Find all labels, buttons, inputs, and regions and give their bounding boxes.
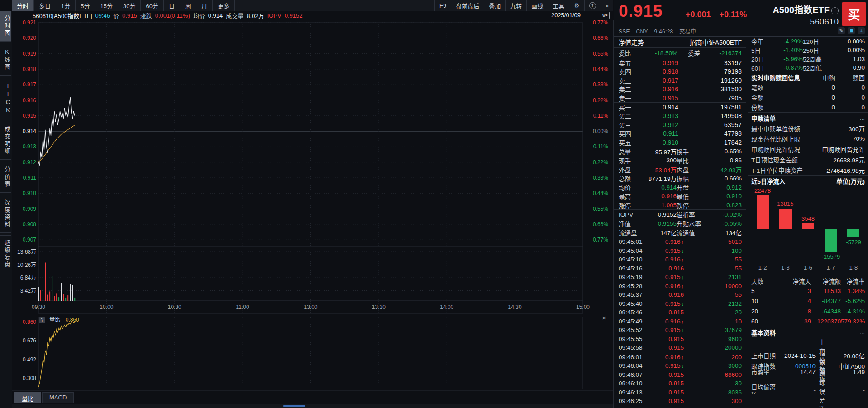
toolbar-button-工具[interactable]: 工具 <box>548 0 569 11</box>
intraday-chart-area[interactable]: ? 量比 0.860 × 量比MACD 0.9210.9200.9190.918… <box>12 20 614 408</box>
toolbar-button-盘前盘后[interactable]: 盘前盘后 <box>451 0 484 11</box>
toolbar-tab-5分[interactable]: 5分 <box>76 0 95 11</box>
tick-row: 09:46:130.9158036 <box>614 388 746 397</box>
sidebar-item-分价表[interactable]: 分价表 <box>0 162 11 193</box>
change-label: 涨跌 <box>140 11 152 20</box>
toolbar-tab-1分[interactable]: 1分 <box>56 0 76 11</box>
axis-label: 0.913 <box>14 143 36 150</box>
edit-icon[interactable]: ✎ <box>838 27 845 34</box>
tick-row: 09:45:460.91520 <box>614 308 746 317</box>
sidebar-item-成交明细[interactable]: 成交明细 <box>0 122 11 160</box>
orderbook-row-卖五[interactable]: 卖五0.91933197 <box>614 58 746 67</box>
flow-bar-category: 1-2 <box>754 264 772 271</box>
subchart-close-icon[interactable]: × <box>602 314 606 321</box>
realtime-row: 份额00 <box>748 102 868 113</box>
axis-label: 0.00% <box>585 128 608 134</box>
orderbook-row-卖四[interactable]: 卖四0.91879198 <box>614 67 746 76</box>
toolbar-tab-月[interactable]: 月 <box>196 0 213 11</box>
orderbook-row-卖一[interactable]: 卖一0.9157905 <box>614 94 746 102</box>
toolbar-button-叠加[interactable]: 叠加 <box>484 0 505 11</box>
expand-more-icon[interactable]: » <box>601 0 613 11</box>
tick-price: 0.915 <box>649 336 684 342</box>
indicator-tab-量比[interactable]: 量比 <box>14 392 41 403</box>
flow-bar-value: 3548 <box>801 215 815 222</box>
sidebar-item-超级复盘[interactable]: 超级复盘 <box>0 235 11 273</box>
tick-row: 09:46:010.916↑200 <box>614 352 746 361</box>
tick-row: 09:45:100.916↑55 <box>614 255 746 264</box>
flow-table-cell: 20 <box>751 308 768 315</box>
etf-info-column: 今年-4.29%120日0.00%5日-1.40%250日0.00%20日-5.… <box>748 37 868 379</box>
wp-badge-icon[interactable]: WP <box>601 12 610 19</box>
toolbar-tab-分时[interactable]: 分时 <box>12 0 34 11</box>
toolbar-tab-30分[interactable]: 30分 <box>118 0 141 11</box>
orderbook-row-卖三[interactable]: 卖三0.917191260 <box>614 76 746 85</box>
axis-label: 0.915 <box>14 113 36 119</box>
horizontal-scrollbar-thumb[interactable] <box>283 405 305 407</box>
toolbar-tab-60分[interactable]: 60分 <box>141 0 163 11</box>
orderbook-row-买五[interactable]: 买五0.91017842 <box>614 138 746 147</box>
sidebar-item-深度资料[interactable]: 深度资料 <box>0 195 11 233</box>
return-value: 0.90 <box>828 64 865 71</box>
orderbook-row-买二[interactable]: 买二0.913149508 <box>614 111 746 120</box>
add-watchlist-icon[interactable]: + <box>858 27 865 34</box>
basic-row: 上市日期2024-10-15上市份额20.00亿 <box>748 337 868 348</box>
help-icon[interactable]: ? <box>584 0 601 11</box>
stat-value: 0.65% <box>702 148 742 155</box>
toolbar-tab-周[interactable]: 周 <box>180 0 196 11</box>
return-label: 20日 <box>751 54 768 63</box>
tick-row: 09:45:280.916↑10000 <box>614 281 746 290</box>
return-value: -0.87% <box>768 64 803 71</box>
tick-volume: 55 <box>684 265 742 272</box>
axis-label: 0.77% <box>585 19 608 26</box>
shenshu-row: 现金替代比例上限70% <box>748 133 868 144</box>
gear-icon[interactable]: ⚙ <box>569 0 584 11</box>
toolbar-button-F9[interactable]: F9 <box>434 0 451 11</box>
session-status: SSE CNY 9:46:28 交易中 <box>619 27 701 35</box>
shenshu-value: 26638.98元 <box>833 155 865 164</box>
orderbook-row-买三[interactable]: 买三0.91263957 <box>614 120 746 129</box>
orderbook-row-卖二[interactable]: 卖二0.916381500 <box>614 85 746 93</box>
sidebar-item-分时图[interactable]: 分时图 <box>0 11 11 42</box>
flow-table-cell: 60 <box>751 318 768 325</box>
tick-price: 0.915 <box>649 398 684 404</box>
toolbar-button-画线[interactable]: 画线 <box>526 0 548 11</box>
info-icon[interactable]: i <box>831 7 839 14</box>
tick-price: 0.915↓ <box>649 327 684 333</box>
toolbar-tab-多日[interactable]: 多日 <box>34 0 56 11</box>
flow-bar <box>757 195 769 229</box>
stat-value: 0.9152 <box>639 211 677 218</box>
axis-label: 0.44% <box>585 190 608 196</box>
basic-more-link[interactable]: ... <box>860 329 865 336</box>
buy-button[interactable]: 买 <box>842 2 866 26</box>
axis-label: 13.68万 <box>14 249 36 255</box>
tick-list[interactable]: 09:45:010.916↑501009:45:040.915↓10009:45… <box>614 237 746 406</box>
stats-row: 涨停1.005跌停0.823 <box>614 201 746 210</box>
axis-label: 11:00 <box>233 304 253 310</box>
shenshu-more-link[interactable]: ... <box>860 114 865 121</box>
horizontal-scrollbar[interactable] <box>12 404 613 408</box>
stat-value: 0.914 <box>639 184 677 191</box>
toolbar-tab-15分[interactable]: 15分 <box>95 0 118 11</box>
stat-value: 0.912 <box>702 184 742 191</box>
toolbar-tab-更多[interactable]: 更多 <box>213 0 235 11</box>
realtime-label: 金额 <box>751 93 805 102</box>
stat-label: 跌停 <box>677 201 702 210</box>
bottom-indicator-tabs: 量比MACD <box>14 392 75 403</box>
tick-row: 09:45:550.9159600 <box>614 334 746 343</box>
flow-table-cell: 1220370 <box>811 318 841 325</box>
orderbook-row-买一[interactable]: 买一0.914197581 <box>614 103 746 111</box>
sidebar-item-K线图[interactable]: K线图 <box>0 44 11 76</box>
toolbar-tab-日[interactable]: 日 <box>164 0 180 11</box>
orderbook-price: 0.912 <box>639 121 678 128</box>
currency-label: CNY <box>636 28 648 35</box>
shenshu-label: T日预估现金差额 <box>751 155 798 164</box>
nav-title[interactable]: 净值走势 <box>619 38 644 47</box>
toolbar-button-九转[interactable]: 九转 <box>505 0 526 11</box>
alert-bell-icon[interactable] <box>848 27 855 34</box>
sidebar-item-TICK[interactable]: TICK <box>0 78 11 119</box>
return-value: -4.29% <box>768 38 803 45</box>
help-glyph: ? <box>589 2 596 9</box>
orderbook-row-买四[interactable]: 买四0.91147798 <box>614 129 746 138</box>
subchart-help-icon[interactable]: ? <box>39 317 45 323</box>
indicator-tab-MACD[interactable]: MACD <box>42 392 74 403</box>
